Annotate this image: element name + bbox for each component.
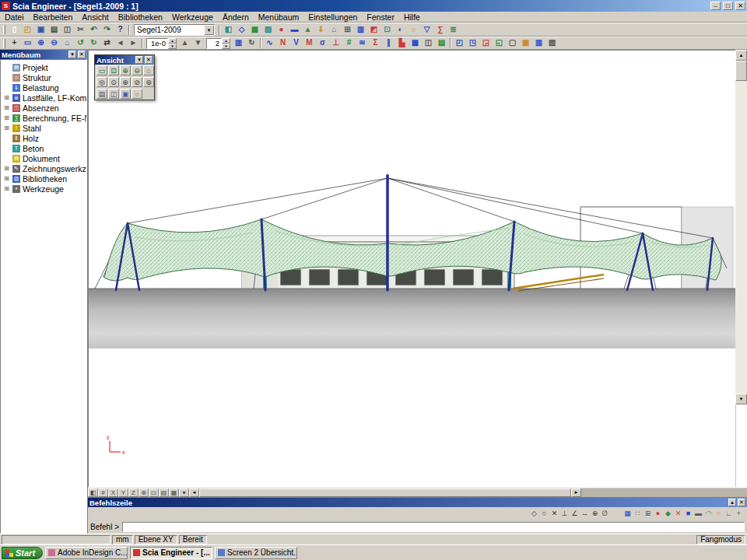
view-y-icon[interactable]: Y <box>118 488 128 497</box>
export-icon[interactable]: ▨ <box>545 37 559 49</box>
zoom-select-icon[interactable]: ▭ <box>96 65 107 75</box>
befehlszeile-header[interactable]: Befehlszeile ▴ ✕ <box>88 498 747 507</box>
mesh-icon[interactable]: # <box>342 37 356 49</box>
tree-item-berechnung[interactable]: ⊞ ∑ Berechnung, FE-Netz <box>1 113 86 123</box>
tree-expander-icon[interactable]: ⊞ <box>3 124 10 131</box>
status-plane[interactable]: Ebene XY <box>135 535 177 544</box>
vertical-scrollbar[interactable]: ▲ ▼ <box>735 50 747 487</box>
pan-icon[interactable]: ⇄ <box>100 37 114 49</box>
tree-expander-icon[interactable]: ⊞ <box>3 104 10 111</box>
view-x-icon[interactable]: X <box>108 488 118 497</box>
copy-view-icon[interactable]: ◫ <box>108 89 119 99</box>
tree-item-absenzen[interactable]: ⊞ ◫ Absenzen <box>1 103 86 113</box>
ansicht-header[interactable]: Ansicht ▾ ✕ <box>95 55 154 65</box>
snap-angle-icon[interactable]: ∠ <box>570 509 580 519</box>
scale-down-icon[interactable]: ▼ <box>191 37 205 49</box>
scroll-left-icon[interactable]: ◄ <box>189 488 199 497</box>
shear-force-icon[interactable]: V <box>289 37 303 49</box>
table-icon[interactable]: ▦ <box>409 37 422 49</box>
wireframe-icon[interactable]: ◇ <box>235 24 248 36</box>
deformation-icon[interactable]: ∿ <box>263 37 276 49</box>
snap-node-icon[interactable]: ■ <box>683 509 693 519</box>
count-field[interactable]: 2 ▴ ▾ <box>206 38 230 49</box>
task-adobe-indesign[interactable]: Adobe InDesign C... <box>45 547 128 559</box>
menu-item[interactable]: Bearbeiten <box>29 12 78 22</box>
print-preview-icon[interactable]: ◫ <box>61 24 74 36</box>
previous-view-icon[interactable]: ◄ <box>114 37 127 49</box>
preview-icon[interactable]: ◫ <box>422 37 435 49</box>
clip-box-icon[interactable]: ⊡ <box>381 24 394 36</box>
layers-icon[interactable]: ▥ <box>354 24 367 36</box>
surface-icon[interactable]: ▦ <box>248 24 261 36</box>
count-field-value[interactable]: 2 <box>206 38 222 49</box>
snap-edge-icon[interactable]: ▬ <box>693 509 703 519</box>
zoom-out-icon[interactable]: ⊖ <box>47 37 61 49</box>
tree-item-stahl[interactable]: ⊞ I Stahl <box>1 123 86 133</box>
grid-snap-icon[interactable]: ▦ <box>622 509 633 519</box>
new-icon[interactable]: ▯ <box>8 24 21 36</box>
tree-item-lastfaelle[interactable]: ⊞ ≣ Lastfälle, LF-Kombinatior <box>1 93 86 103</box>
moment-icon[interactable]: M <box>303 37 316 49</box>
horizontal-scroll-thumb[interactable] <box>199 488 571 497</box>
magnify-in-icon[interactable]: ⊛ <box>120 77 131 87</box>
menu-item[interactable]: Hilfe <box>399 12 425 22</box>
snap-tangent-icon[interactable]: ○ <box>714 509 724 519</box>
spin-up-icon[interactable]: ▴ <box>168 38 177 44</box>
task-scia-engineer[interactable]: Scia Engineer - [... <box>130 547 212 559</box>
loads-icon[interactable]: ⇓ <box>314 24 328 36</box>
grid-mode-icon[interactable]: ▦ <box>169 488 179 497</box>
rotate-left-icon[interactable]: ↺ <box>74 37 87 49</box>
zoom-all-icon[interactable]: ⌂ <box>143 65 154 75</box>
snap-arc-icon[interactable]: ◠ <box>703 509 714 519</box>
close-icon[interactable]: ✕ <box>78 51 86 58</box>
print-icon[interactable]: ▤ <box>47 24 61 36</box>
activity-icon[interactable]: ◩ <box>367 24 381 36</box>
menu-item[interactable]: Fenster <box>362 12 399 22</box>
snap-center-icon[interactable]: ⊕ <box>590 509 600 519</box>
vertical-scroll-thumb[interactable] <box>735 61 747 81</box>
start-button[interactable]: Start <box>2 547 43 559</box>
gallery-icon[interactable]: ▣ <box>519 37 532 49</box>
project-combo[interactable]: Segel1-2009 ▾ <box>134 24 215 36</box>
options-icon[interactable]: ▾ <box>179 488 189 497</box>
close-icon[interactable]: ✕ <box>738 499 745 506</box>
zoom-out-icon[interactable]: ⊖ <box>132 65 142 75</box>
snap-circle-icon[interactable]: ○ <box>539 509 549 519</box>
grid-icon[interactable]: ⊞ <box>341 24 354 36</box>
task-screen2[interactable]: Screen 2 Übersicht... <box>215 547 297 559</box>
save-icon[interactable]: ▣ <box>34 24 47 36</box>
rotate-right-icon[interactable]: ↻ <box>87 37 100 49</box>
tree-item-projekt[interactable]: ▤ Projekt <box>1 62 86 72</box>
spin-down-icon[interactable]: ▾ <box>222 44 230 49</box>
report-icon[interactable]: ▤ <box>435 37 448 49</box>
viewports-icon[interactable]: ◰ <box>453 37 466 49</box>
zoom-in-icon[interactable]: ⊕ <box>120 65 131 75</box>
maximize-button[interactable]: □ <box>723 2 733 10</box>
envelope-icon[interactable]: ≋ <box>356 37 369 49</box>
tree-item-dokument[interactable]: ▤ Dokument <box>1 153 86 163</box>
snap-point-icon[interactable]: ◇ <box>529 509 539 519</box>
chevron-down-icon[interactable]: ▾ <box>135 56 143 64</box>
supports-icon[interactable]: ▲ <box>301 24 314 36</box>
zoom-in-icon[interactable]: ⊕ <box>34 37 47 49</box>
minimize-button[interactable]: – <box>710 2 721 10</box>
sidebar-header[interactable]: Menübaum ▾ ✕ <box>0 50 87 59</box>
picture-icon[interactable]: ▢ <box>506 37 519 49</box>
snap-intersection-icon[interactable]: ✕ <box>673 509 683 519</box>
menu-item[interactable]: Datei <box>0 12 29 22</box>
scroll-up-icon[interactable]: ▲ <box>735 50 747 61</box>
snap-midpoint-icon[interactable]: ◆ <box>663 509 673 519</box>
tracking-icon[interactable]: + <box>734 509 744 519</box>
vertical-scroll-track[interactable] <box>735 81 747 394</box>
snap-endpoint-icon[interactable]: ● <box>653 509 663 519</box>
menu-item[interactable]: Ändern <box>218 12 254 22</box>
section-cut-icon[interactable]: ∥ <box>382 37 395 49</box>
toolbar-grip[interactable] <box>3 39 5 48</box>
scroll-right-icon[interactable]: ► <box>571 488 581 497</box>
status-snap-mode[interactable]: Fangmodus <box>696 535 745 544</box>
panel-menu-icon[interactable]: ▾ <box>68 51 76 58</box>
ansicht-palette[interactable]: Ansicht ▾ ✕ ▭⊡⊕⊖⌂ ◎⊙⊛⊘⊚ ▤◫▣☼ <box>94 54 155 100</box>
zoom-all-icon[interactable]: ⌂ <box>61 37 74 49</box>
dot-grid-icon[interactable]: ∷ <box>633 509 643 519</box>
tree-expander-icon[interactable]: ⊞ <box>3 185 10 192</box>
